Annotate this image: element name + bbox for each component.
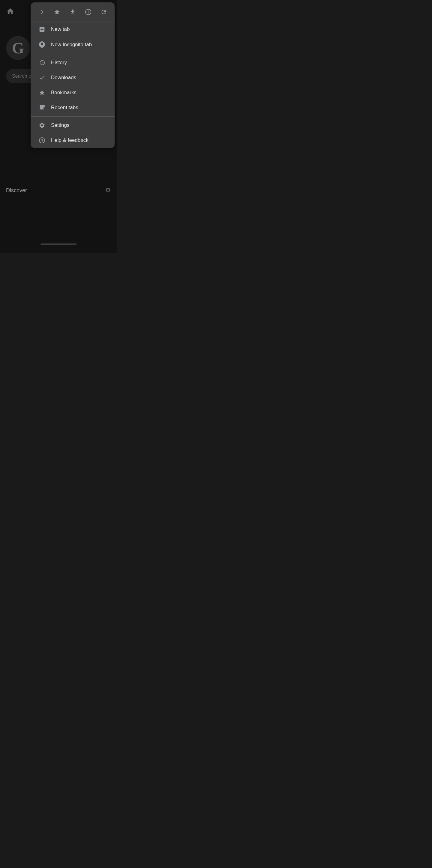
history-label: History [51,60,67,66]
new-incognito-tab-label: New Incognito tab [51,42,92,48]
bookmarks-icon [37,89,48,96]
settings-item[interactable]: Settings [31,118,115,133]
menu-divider-2 [31,116,115,117]
bookmarks-item[interactable]: Bookmarks [31,85,115,100]
recent-tabs-item[interactable]: Recent tabs [31,100,115,115]
info-icon[interactable] [83,7,94,18]
history-item[interactable]: History [31,55,115,70]
dropdown-menu: New tab New Incognito tab History [31,2,115,148]
menu-toolbar [31,2,115,22]
help-feedback-label: Help & feedback [51,137,88,143]
incognito-icon [37,41,48,48]
downloads-item[interactable]: Downloads [31,70,115,85]
settings-label: Settings [51,122,69,128]
forward-icon[interactable] [36,7,47,18]
recent-tabs-label: Recent tabs [51,105,78,111]
download-icon[interactable] [67,7,78,18]
reload-icon[interactable] [98,7,109,18]
menu-divider-1 [31,54,115,54]
settings-icon [37,122,48,129]
recent-tabs-icon [37,104,48,111]
new-tab-label: New tab [51,26,69,32]
new-tab-item[interactable]: New tab [31,22,115,37]
new-incognito-tab-item[interactable]: New Incognito tab [31,37,115,53]
downloads-label: Downloads [51,75,76,81]
new-tab-icon [37,26,48,33]
bookmark-star-icon[interactable] [52,7,62,18]
help-feedback-item[interactable]: Help & feedback [31,133,115,148]
bookmarks-label: Bookmarks [51,90,77,96]
downloads-icon [37,74,48,81]
history-icon [37,59,48,66]
help-icon [37,137,48,144]
